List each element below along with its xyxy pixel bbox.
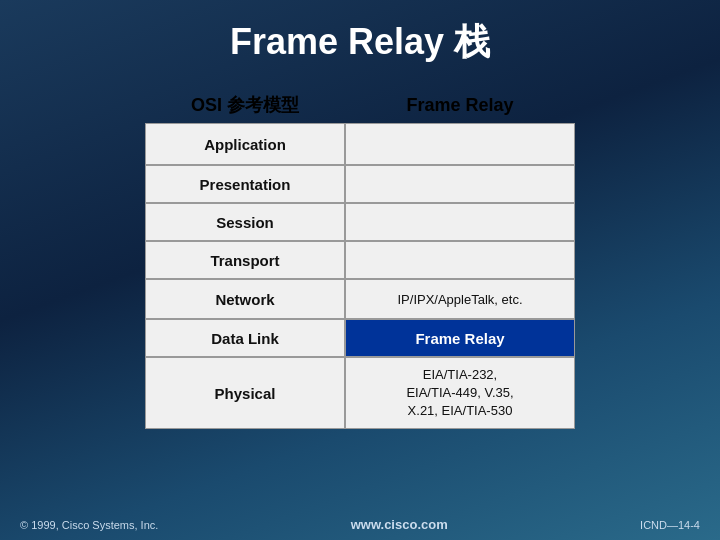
fr-column-header: Frame Relay (345, 87, 575, 123)
osi-cell-session: Session (145, 203, 345, 241)
osi-column-header: OSI 参考模型 (145, 87, 345, 123)
osi-cell-presentation: Presentation (145, 165, 345, 203)
footer-copyright: © 1999, Cisco Systems, Inc. (20, 519, 158, 531)
fr-column: Frame Relay IP/IPX/AppleTalk, etc.Frame … (345, 87, 575, 429)
osi-cell-transport: Transport (145, 241, 345, 279)
osi-cell-network: Network (145, 279, 345, 319)
fr-cell-application (345, 123, 575, 165)
osi-cell-application: Application (145, 123, 345, 165)
footer: © 1999, Cisco Systems, Inc. www.cisco.co… (0, 517, 720, 532)
main-content: OSI 参考模型 ApplicationPresentationSessionT… (0, 77, 720, 429)
osi-column: OSI 参考模型 ApplicationPresentationSessionT… (145, 87, 345, 429)
fr-cell-data-link: Frame Relay (345, 319, 575, 357)
osi-cell-data-link: Data Link (145, 319, 345, 357)
fr-cell-transport (345, 241, 575, 279)
footer-slide-num: ICND—14-4 (640, 519, 700, 531)
osi-cell-physical: Physical (145, 357, 345, 429)
footer-website: www.cisco.com (351, 517, 448, 532)
fr-cell-session (345, 203, 575, 241)
fr-cell-presentation (345, 165, 575, 203)
page-title: Frame Relay 栈 (230, 21, 490, 62)
fr-cell-physical: EIA/TIA-232,EIA/TIA-449, V.35,X.21, EIA/… (345, 357, 575, 429)
fr-cell-network: IP/IPX/AppleTalk, etc. (345, 279, 575, 319)
